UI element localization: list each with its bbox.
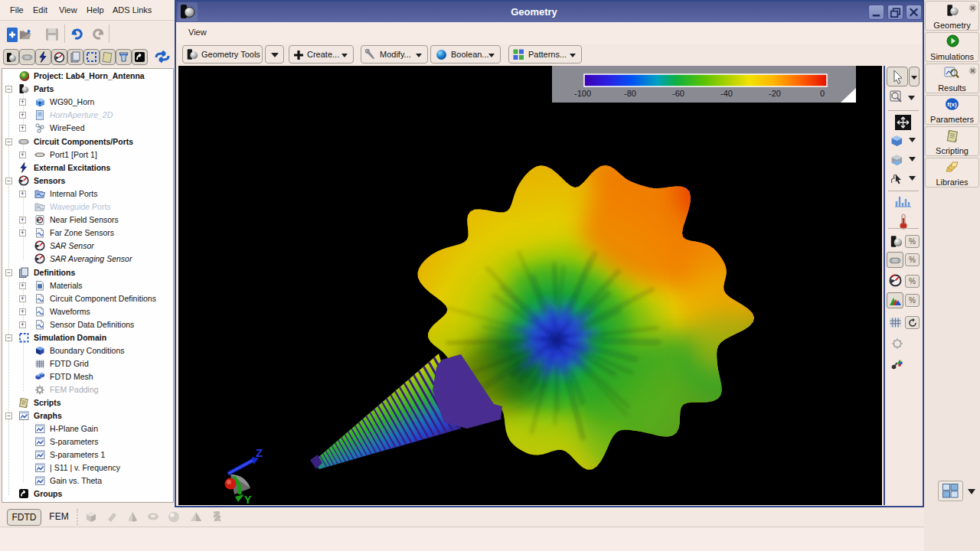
svg-text:-80: -80 [624,89,636,98]
svg-text:Z: Z [256,446,263,459]
svg-text:-100: -100 [574,89,591,98]
svg-text:-40: -40 [720,89,733,98]
svg-text:-60: -60 [672,89,684,98]
svg-text:Y: Y [244,494,252,505]
svg-text:0: 0 [820,89,825,98]
svg-text:-20: -20 [769,89,781,98]
svg-text:f(x): f(x) [947,101,957,108]
